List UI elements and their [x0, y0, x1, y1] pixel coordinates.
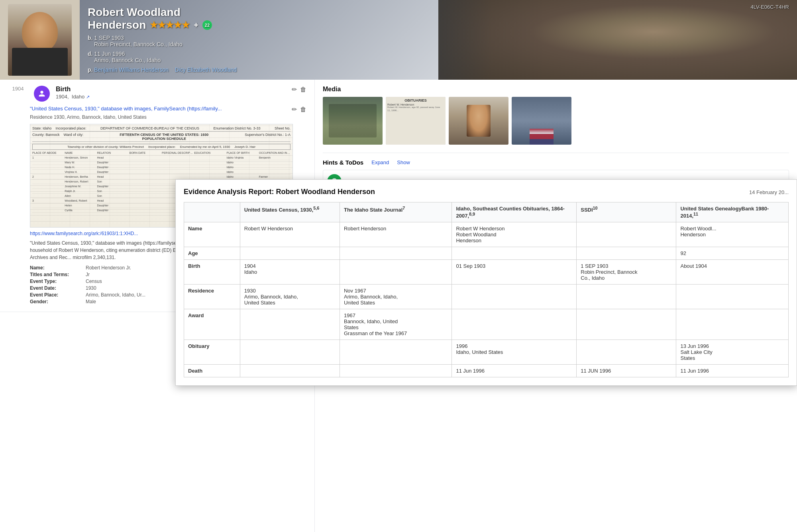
external-link-icon[interactable]: ↗ [86, 94, 90, 99]
person-id: 4LV-E06C-T4HR [750, 4, 789, 10]
evidence-row-6: Death11 Jun 199611 JUN 199611 Jun 1996 [184, 365, 789, 377]
row-col-5: 13 Jun 1996 Salt Lake City States [676, 340, 789, 365]
delete-source-button[interactable]: 🗑 [300, 106, 306, 113]
census-subheader-row: County: Bannock Ward of city: FIFTEENTH … [32, 133, 291, 142]
evidence-table: United States Census, 1930,5,6 The Idaho… [184, 202, 789, 377]
row-label: Age [184, 247, 240, 260]
census-township: Township or other division of county: Wi… [32, 144, 291, 150]
row-label: Death [184, 365, 240, 377]
media-thumb-2[interactable]: OBITUARIES Robert W. Henderson Robert W.… [386, 97, 446, 145]
row-col-1 [240, 340, 340, 365]
meta-event-place-value: Arimo, Bannock, Idaho, Ur... [86, 292, 145, 298]
birth-location-text: Idaho [72, 94, 85, 100]
col-header-5: United States GenealogyBank 1980-2014,11 [676, 202, 789, 222]
media-thumb-1[interactable] [323, 97, 383, 145]
row-col-4 [577, 309, 676, 340]
death-label: d. [88, 51, 92, 57]
row-col-3 [452, 285, 577, 309]
row-col-4 [577, 285, 676, 309]
person-name-line2: Henderson ★★★★★ + 22 [88, 19, 789, 31]
parent2-name[interactable]: Dicy Elizabeth Woodland [175, 67, 237, 73]
photo-face [22, 12, 58, 52]
row-col-5 [676, 309, 789, 340]
evidence-row-1: Age92 [184, 247, 789, 260]
hints-header: Hints & ToDos Expand Show [323, 159, 789, 166]
evidence-header-row: United States Census, 1930,5,6 The Idaho… [184, 202, 789, 222]
report-title: Evidence Analysis Report: Robert Woodlan… [184, 188, 375, 196]
row-col-2 [340, 260, 452, 285]
source-detail: Residence 1930, Arimo, Bannock, Idaho, U… [30, 114, 306, 120]
meta-name-label: Name: [30, 265, 82, 271]
meta-gender-label: Gender: [30, 299, 82, 304]
sources-badge[interactable]: 22 [202, 20, 212, 30]
meta-event-place-label: Event Place: [30, 292, 82, 298]
row-col-2 [340, 247, 452, 260]
birth-year: 1904 [8, 86, 28, 92]
row-col-3: 11 Jun 1996 [452, 365, 577, 377]
evidence-row-2: Birth1904 Idaho01 Sep 19031 SEP 1903 Rob… [184, 260, 789, 285]
meta-event-type-label: Event Type: [30, 279, 82, 284]
source-entry-1: "United States Census, 1930," database w… [8, 106, 306, 120]
row-col-4 [577, 222, 676, 247]
row-col-3 [452, 247, 577, 260]
row-col-1: 1930 Arimo, Bannock, Idaho, United State… [240, 285, 340, 309]
birth-year-text: 1904 [56, 94, 67, 100]
row-col-4 [577, 247, 676, 260]
evidence-row-0: NameRobert W HendersonRobert HendersonRo… [184, 222, 789, 247]
birth-header: 1904 Birth 1904, Idaho ↗ ✏ 🗑 [8, 86, 306, 102]
media-thumb-4[interactable] [512, 97, 571, 145]
row-col-3 [452, 309, 577, 340]
birth-title: Birth [56, 86, 286, 93]
row-col-2 [340, 365, 452, 377]
evidence-row-3: Residence1930 Arimo, Bannock, Idaho, Uni… [184, 285, 789, 309]
meta-titles-value: Jr [86, 272, 90, 277]
row-col-2: 1967 Bannock, Idaho, United States Grass… [340, 309, 452, 340]
media-grid: OBITUARIES Robert W. Henderson Robert W.… [323, 97, 789, 145]
delete-birth-button[interactable]: 🗑 [300, 86, 306, 93]
row-col-1: 1904 Idaho [240, 260, 340, 285]
media-section: Media OBITUARIES Robert W. Henderson Rob… [323, 86, 789, 145]
row-col-5 [676, 285, 789, 309]
birth-source-actions: ✏ 🗑 [292, 86, 306, 93]
media-thumb-3[interactable] [449, 97, 508, 145]
birth-title-area: Birth 1904, Idaho ↗ [56, 86, 286, 100]
parents-detail: p. Benjamin Williams Henderson Dicy Eliz… [88, 67, 789, 73]
row-col-4 [577, 340, 676, 365]
hints-expand-button[interactable]: Expand [371, 159, 389, 165]
hints-show-button[interactable]: Show [397, 159, 410, 165]
person-header: 4LV-E06C-T4HR Robert Woodland Henderson … [0, 0, 797, 80]
meta-gender-value: Male [86, 299, 96, 304]
death-date: 11 Jun 1996 [94, 51, 125, 57]
edit-source-button[interactable]: ✏ [292, 106, 297, 113]
row-label: Award [184, 309, 240, 340]
media-title: Media [323, 86, 789, 93]
parent1-name[interactable]: Benjamin Williams Henderson [94, 67, 169, 73]
star-rating[interactable]: ★★★★★ [150, 20, 190, 30]
report-header: Evidence Analysis Report: Robert Woodlan… [184, 188, 789, 196]
row-col-4: 11 JUN 1996 [577, 365, 676, 377]
row-label: Birth [184, 260, 240, 285]
add-star-button[interactable]: + [194, 21, 198, 30]
row-col-3: 1996 Idaho, United States [452, 340, 577, 365]
col-header-0 [184, 202, 240, 222]
row-col-5: About 1904 [676, 260, 789, 285]
photo-suit [12, 48, 68, 76]
row-label: Obituary [184, 340, 240, 365]
parents-label: p. [88, 67, 92, 73]
edit-birth-button[interactable]: ✏ [292, 86, 297, 93]
evidence-row-5: Obituary1996 Idaho, United States13 Jun … [184, 340, 789, 365]
photo-inner [8, 4, 72, 76]
row-col-1: Robert W Henderson [240, 222, 340, 247]
row-col-1 [240, 365, 340, 377]
row-col-3: 01 Sep 1903 [452, 260, 577, 285]
meta-titles-label: Titles and Terms: [30, 272, 82, 277]
meta-name-value: Robert Henderson Jr. [86, 265, 131, 271]
person-last-name: Henderson [88, 19, 146, 31]
col-header-3: Idaho, Southeast Counties Obituaries, 18… [452, 202, 577, 222]
source-title[interactable]: "United States Census, 1930," database w… [30, 106, 292, 112]
row-col-1 [240, 309, 340, 340]
death-detail: d. 11 Jun 1996 Arimo, Bannock Co., Idaho [88, 51, 789, 63]
row-label: Name [184, 222, 240, 247]
col-header-1: United States Census, 1930,5,6 [240, 202, 340, 222]
row-col-2 [340, 340, 452, 365]
